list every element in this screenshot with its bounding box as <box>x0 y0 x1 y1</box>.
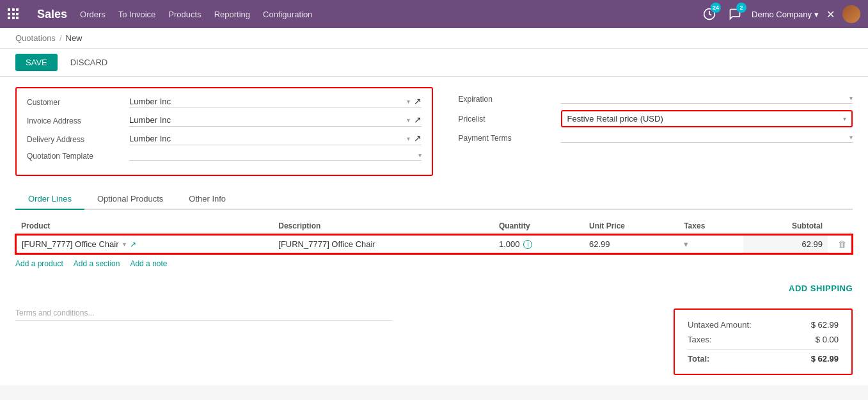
product-cell[interactable]: [FURN_7777] Office Chair ▾ ↗ <box>16 235 273 253</box>
pricelist-row: Pricelist Festive Retail price (USD) ▾ <box>459 110 853 127</box>
delivery-address-value: Lumber Inc <box>129 134 171 143</box>
company-name: Demo Company <box>752 10 812 19</box>
invoice-address-ext-link[interactable]: ↗ <box>414 115 422 125</box>
invoice-address-dropdown-arrow: ▾ <box>407 116 410 124</box>
expiration-label: Expiration <box>459 95 561 104</box>
invoice-address-value: Lumber Inc <box>129 115 171 125</box>
quotation-template-field[interactable]: ▾ <box>129 152 422 161</box>
table-header-row: Product Description Quantity Unit Price … <box>16 218 852 235</box>
unit-price-cell[interactable]: 62.99 <box>584 235 679 253</box>
messages-icon[interactable]: 2 <box>726 5 744 23</box>
grand-total-row: Total: $ 62.99 <box>688 349 839 366</box>
page-content: Customer Lumber Inc ▾ ↗ Invoice Address … <box>0 77 868 385</box>
delivery-address-label: Delivery Address <box>27 135 129 144</box>
quantity-info-icon[interactable]: i <box>523 240 532 249</box>
menu-orders[interactable]: Orders <box>80 10 106 19</box>
delivery-address-row: Delivery Address Lumber Inc ▾ ↗ <box>27 133 422 145</box>
activity-badge: 24 <box>711 3 721 13</box>
quantity-cell[interactable]: 1.000 i <box>494 235 584 253</box>
messages-badge: 2 <box>736 3 746 13</box>
tab-optional-products[interactable]: Optional Products <box>84 189 176 210</box>
breadcrumb-parent[interactable]: Quotations <box>15 33 56 43</box>
subtotal-value: 62.99 <box>801 239 823 249</box>
delivery-address-ext-link[interactable]: ↗ <box>414 133 422 143</box>
quotation-template-row: Quotation Template ▾ <box>27 152 422 161</box>
customer-field[interactable]: Lumber Inc ▾ ↗ <box>129 96 422 108</box>
col-subtotal: Subtotal <box>743 218 828 235</box>
main-menu: Orders To Invoice Products Reporting Con… <box>80 10 688 19</box>
quantity-value: 1.000 <box>499 239 520 249</box>
row-delete-cell: 🗑 <box>828 235 852 253</box>
menu-products[interactable]: Products <box>168 10 201 19</box>
payment-terms-dropdown-arrow: ▾ <box>849 134 853 141</box>
breadcrumb-separator: / <box>59 33 62 43</box>
action-bar: SAVE DISCARD <box>0 49 868 77</box>
app-logo: Sales <box>37 8 67 21</box>
customer-label: Customer <box>27 98 129 107</box>
pricelist-label: Pricelist <box>459 115 561 124</box>
untaxed-amount-row: Untaxed Amount: $ 62.99 <box>688 317 839 332</box>
col-unit-price: Unit Price <box>584 218 679 235</box>
product-dropdown-arrow: ▾ <box>123 241 126 248</box>
description-cell[interactable]: [FURN_7777] Office Chair <box>273 235 494 253</box>
unit-price-value: 62.99 <box>589 239 610 249</box>
company-selector[interactable]: Demo Company ▾ <box>752 10 819 19</box>
company-chevron: ▾ <box>814 10 819 19</box>
menu-configuration[interactable]: Configuration <box>263 10 312 19</box>
add-links: Add a product Add a section Add a note <box>15 254 853 273</box>
total-label: Total: <box>688 354 709 364</box>
invoice-address-label: Invoice Address <box>27 116 129 125</box>
discard-button[interactable]: DISCARD <box>63 54 116 71</box>
quotation-template-dropdown-arrow: ▾ <box>418 152 422 159</box>
user-avatar[interactable] <box>842 5 860 23</box>
tab-other-info[interactable]: Other Info <box>176 189 239 210</box>
pricelist-value[interactable]: Festive Retail price (USD) <box>567 114 839 124</box>
expiration-dropdown-arrow: ▾ <box>849 95 853 102</box>
activity-icon[interactable]: 24 <box>700 5 718 23</box>
app-grid-icon[interactable] <box>8 8 19 20</box>
taxes-dropdown-arrow: ▾ <box>684 239 688 249</box>
col-description: Description <box>273 218 494 235</box>
totals-section: Untaxed Amount: $ 62.99 Taxes: $ 0.00 To… <box>674 308 853 375</box>
invoice-address-row: Invoice Address Lumber Inc ▾ ↗ <box>27 115 422 127</box>
pricelist-highlighted-box: Festive Retail price (USD) ▾ <box>561 110 853 127</box>
taxes-cell[interactable]: ▾ <box>679 235 743 253</box>
delete-row-icon[interactable]: 🗑 <box>838 239 846 249</box>
add-note-link[interactable]: Add a note <box>130 259 167 268</box>
save-button[interactable]: SAVE <box>15 54 58 71</box>
invoice-address-field[interactable]: Lumber Inc ▾ ↗ <box>129 115 422 127</box>
pricelist-dropdown-arrow: ▾ <box>843 115 846 122</box>
close-icon[interactable]: ✕ <box>826 8 835 20</box>
customer-ext-link[interactable]: ↗ <box>414 96 422 106</box>
form-right-section: Expiration ▾ Pricelist Festive Retail pr… <box>459 87 853 176</box>
terms-and-conditions[interactable]: Terms and conditions... <box>15 308 392 321</box>
taxes-label: Taxes: <box>688 335 712 344</box>
form-left-section: Customer Lumber Inc ▾ ↗ Invoice Address … <box>15 87 433 176</box>
payment-terms-field[interactable]: ▾ <box>561 134 853 143</box>
untaxed-value: $ 62.99 <box>811 320 839 330</box>
customer-dropdown-arrow: ▾ <box>407 98 410 105</box>
taxes-row: Taxes: $ 0.00 <box>688 332 839 347</box>
menu-to-invoice[interactable]: To Invoice <box>118 10 156 19</box>
menu-reporting[interactable]: Reporting <box>214 10 250 19</box>
top-navigation: Sales Orders To Invoice Products Reporti… <box>0 0 868 28</box>
product-ext-link[interactable]: ↗ <box>130 240 136 249</box>
add-shipping-button[interactable]: ADD SHIPPING <box>789 284 853 293</box>
tab-order-lines[interactable]: Order Lines <box>15 189 84 210</box>
expiration-field[interactable]: ▾ <box>561 95 853 104</box>
col-quantity: Quantity <box>494 218 584 235</box>
taxes-value: $ 0.00 <box>816 335 839 344</box>
add-product-link[interactable]: Add a product <box>15 259 63 268</box>
customer-row: Customer Lumber Inc ▾ ↗ <box>27 96 422 108</box>
topnav-right: 24 2 Demo Company ▾ ✕ <box>700 5 860 23</box>
col-actions <box>828 218 852 235</box>
payment-terms-row: Payment Terms ▾ <box>459 134 853 143</box>
customer-value: Lumber Inc <box>129 97 171 106</box>
add-shipping-container: ADD SHIPPING <box>15 284 853 293</box>
table-row: [FURN_7777] Office Chair ▾ ↗ [FURN_7777]… <box>16 235 852 253</box>
delivery-address-field[interactable]: Lumber Inc ▾ ↗ <box>129 133 422 145</box>
col-taxes: Taxes <box>679 218 743 235</box>
add-section-link[interactable]: Add a section <box>74 259 120 268</box>
subtotal-cell: 62.99 <box>743 235 828 253</box>
tabs: Order Lines Optional Products Other Info <box>15 189 853 210</box>
